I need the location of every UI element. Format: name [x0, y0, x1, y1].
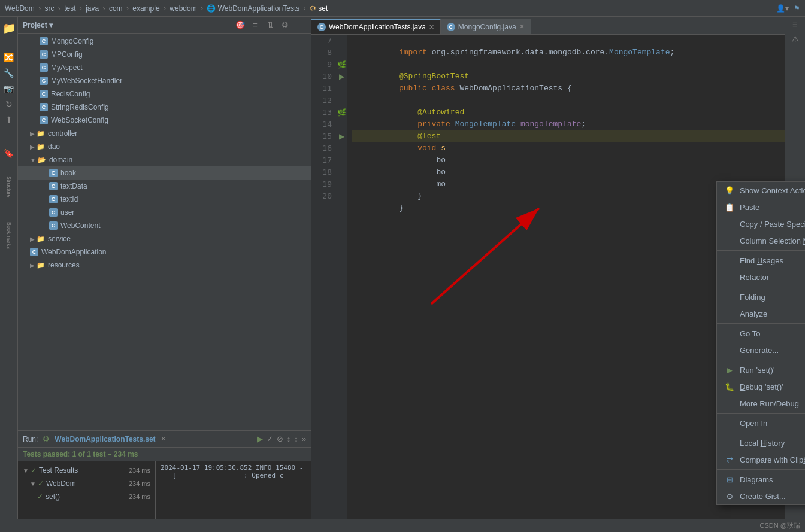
run-stop-btn[interactable]: ⊘: [277, 434, 283, 443]
ctx-open-in[interactable]: Open In ›: [717, 415, 805, 431]
tree-item-mywebsockethandler[interactable]: C MyWebSocketHandler: [18, 74, 311, 87]
camera-icon[interactable]: 📷: [4, 84, 14, 93]
ctx-column-selection[interactable]: Column Selection Mode Alt+Shift+Insert: [717, 232, 805, 249]
tree-item-service[interactable]: ▶ 📁 service: [18, 232, 311, 245]
ctx-divider-1: [717, 250, 805, 251]
run-panel: Run: ⚙ WebDomApplicationTests.set ✕ ▶ ✓ …: [18, 430, 311, 532]
build-icon[interactable]: 🔧: [4, 68, 14, 78]
tree-item-resources[interactable]: ▶ 📁 resources: [18, 259, 311, 272]
tree-item-book[interactable]: C book: [18, 166, 311, 180]
tree-item-label: textId: [60, 195, 78, 203]
tree-item-stringredisconfig[interactable]: C StringRedisConfig: [18, 101, 311, 114]
tree-item-domain[interactable]: ▼ 📂 domain: [18, 153, 311, 166]
tree-item-label: RedisConfig: [51, 90, 90, 98]
sort-icon[interactable]: ⇅: [264, 19, 276, 31]
ctx-label: Find Usages: [740, 256, 805, 265]
folder-arrow-collapsed: ▶: [30, 130, 35, 137]
tree-item-label: domain: [49, 156, 72, 164]
run-sort1-btn[interactable]: ↕: [287, 434, 291, 443]
ctx-show-context-actions[interactable]: 💡 Show Context Actions Alt+Enter: [717, 182, 805, 199]
tree-item-textdata[interactable]: C textData: [18, 180, 311, 193]
collapse-icon[interactable]: ≡: [249, 19, 261, 31]
ctx-create-gist[interactable]: ⊙ Create Gist...: [717, 488, 805, 504]
ctx-generate[interactable]: Generate...: [717, 342, 805, 358]
tests-passed-bar: Tests passed: 1 of 1 test – 234 ms: [18, 448, 311, 461]
tree-item-mpconfig[interactable]: C MPConfig: [18, 48, 311, 61]
tab-webdomapplicationtests[interactable]: C WebDomApplicationTests.java ✕: [311, 19, 441, 34]
tree-item-redisconfig[interactable]: C RedisConfig: [18, 87, 311, 101]
project-dropdown[interactable]: Project ▾: [23, 21, 234, 29]
run-log-text: 2024-01-17 19:05:30.852 INFO 15480 --- […: [161, 464, 303, 479]
run-tab[interactable]: WebDomApplicationTests.set: [55, 435, 155, 443]
run-check-btn[interactable]: ✓: [267, 434, 273, 443]
ctx-folding[interactable]: Folding ›: [717, 288, 805, 305]
upload-icon[interactable]: ⬆: [5, 115, 13, 124]
tree-item-webcontent[interactable]: C WebContent: [18, 219, 311, 232]
tree-item-textid[interactable]: C textId: [18, 193, 311, 206]
bookmark-icon[interactable]: 🔖: [4, 148, 14, 158]
minimize-icon[interactable]: −: [294, 19, 306, 31]
ctx-compare-clipboard[interactable]: ⇄ Compare with Clipboard: [717, 451, 805, 468]
ctx-local-history[interactable]: Local History ›: [717, 434, 805, 451]
tree-item-websocketconfig[interactable]: C WebSocketConfig: [18, 114, 311, 127]
vcs-icon[interactable]: 🔀: [4, 53, 14, 62]
tree-item-label: MyWebSocketHandler: [51, 77, 122, 85]
tree-item-label: resources: [48, 261, 80, 269]
gist-icon: ⊙: [724, 492, 735, 501]
ctx-copy-paste-special[interactable]: Copy / Paste Special ›: [717, 215, 805, 232]
ctx-analyze[interactable]: Analyze ›: [717, 305, 805, 322]
tab-close-btn[interactable]: ✕: [519, 23, 525, 31]
folder-icon: 📁: [37, 130, 45, 138]
ctx-refactor[interactable]: Refactor ›: [717, 269, 805, 285]
test-run-gutter-icon[interactable]: ▶: [339, 132, 344, 141]
run-more-btn[interactable]: »: [302, 434, 306, 443]
tree-item-label: controller: [48, 129, 77, 138]
ctx-debug-set[interactable]: 🐛 Debug 'set()': [717, 378, 805, 395]
tree-item-mongoconfig[interactable]: C MongoConfig: [18, 35, 311, 48]
tree-item-user[interactable]: C user: [18, 206, 311, 219]
tab-label: WebDomApplicationTests.java: [329, 23, 426, 31]
ctx-label: Folding: [740, 293, 805, 302]
class-icon: C: [40, 37, 48, 45]
tab-mongoconfig[interactable]: C MongoConfig.java ✕: [441, 19, 531, 34]
folder-icon-open: 📂: [38, 156, 46, 164]
ctx-goto[interactable]: Go To ›: [717, 325, 805, 342]
run-sort2-btn[interactable]: ↕: [294, 434, 298, 443]
project-panel: Project ▾ 🎯 ≡ ⇅ ⚙ − C MongoConfig C MPCo…: [18, 17, 311, 532]
ctx-more-run-debug[interactable]: More Run/Debug ›: [717, 395, 805, 412]
run-play-btn[interactable]: ▶: [257, 434, 263, 443]
run-tree-webdom[interactable]: ▼ ✓ WebDom 234 ms: [18, 477, 155, 490]
user-icon[interactable]: 👤▾: [776, 4, 789, 13]
ctx-run-set[interactable]: ▶ Run 'set()' Ctrl+Shift+F10: [717, 361, 805, 378]
tree-item-label: MyAspect: [51, 63, 83, 72]
tree-item-myaspect[interactable]: C MyAspect: [18, 61, 311, 74]
settings-icon[interactable]: ⚑: [794, 4, 800, 13]
settings-gear[interactable]: ⚙: [279, 19, 291, 31]
paste-icon: 📋: [724, 203, 735, 212]
problems-icon[interactable]: ⚠: [791, 34, 799, 45]
ctx-diagrams[interactable]: ⊞ Diagrams ›: [717, 471, 805, 488]
run-tree-set[interactable]: ✓ set() 234 ms: [18, 490, 155, 503]
code-editor[interactable]: 7 8 9 10 11 12 13 14 15 16 17 18 19 20: [311, 35, 785, 532]
tree-item-controller[interactable]: ▶ 📁 controller: [18, 127, 311, 140]
tree-item-label: WebDomApplication: [41, 248, 107, 256]
ctx-divider-2: [717, 287, 805, 287]
tree-item-label: textData: [60, 182, 87, 190]
class-icon: C: [49, 221, 58, 230]
project-icon[interactable]: 📁: [2, 22, 16, 35]
ctx-find-usages[interactable]: Find Usages Alt+F7: [717, 252, 805, 269]
run-gutter-icon[interactable]: ▶: [339, 72, 344, 81]
ctx-paste[interactable]: 📋 Paste Ctrl+V: [717, 199, 805, 215]
tree-item-label: WebSocketConfig: [51, 116, 108, 124]
line-numbers: 7 8 9 10 11 12 13 14 15 16 17 18 19 20: [311, 35, 335, 532]
run-tree-test-results[interactable]: ▼ ✓ Test Results 234 ms: [18, 464, 155, 477]
run-tab-bar: Run: ⚙ WebDomApplicationTests.set ✕ ▶ ✓ …: [18, 431, 311, 448]
debug-bug-icon: 🐛: [724, 382, 735, 391]
tree-item-webdomapp[interactable]: C WebDomApplication: [18, 245, 311, 259]
locate-icon[interactable]: 🎯: [234, 19, 246, 31]
tab-close-btn[interactable]: ✕: [429, 23, 434, 31]
vcs-changes-icon[interactable]: ≡: [792, 19, 798, 29]
refresh-icon[interactable]: ↻: [5, 99, 13, 109]
run-close[interactable]: ✕: [161, 435, 166, 443]
tree-item-dao[interactable]: ▶ 📁 dao: [18, 140, 311, 153]
